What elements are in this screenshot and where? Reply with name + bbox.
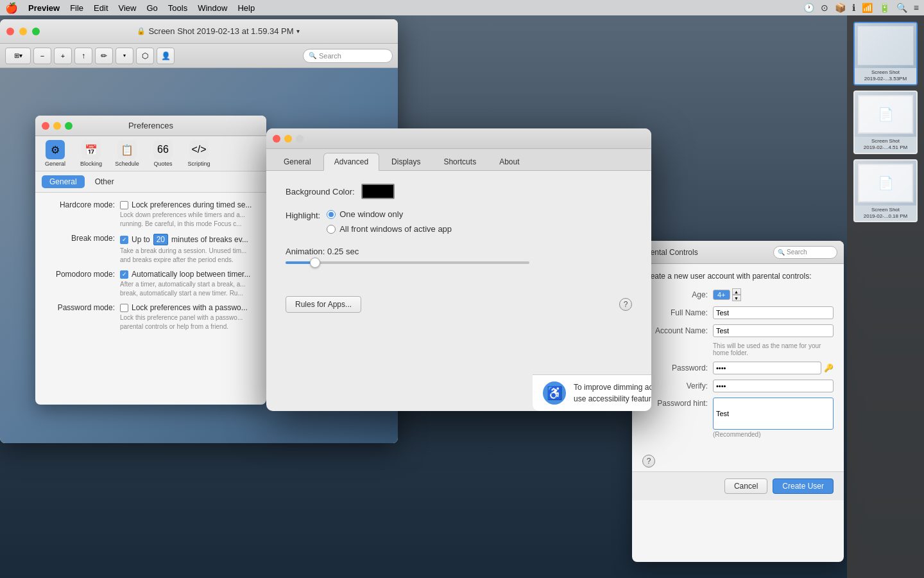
sub-tab-other[interactable]: Other — [87, 175, 122, 188]
tab-about[interactable]: About — [488, 153, 530, 170]
background-color-swatch[interactable] — [361, 184, 395, 199]
view-mode-button[interactable]: ⊞▾ — [5, 48, 31, 64]
thumbnail-2[interactable]: 📄 Screen Shot2019-02-...4.51 PM — [853, 91, 918, 154]
create-user-button[interactable]: Create User — [773, 478, 834, 494]
break-mode-checkbox[interactable]: ✓ — [120, 236, 128, 244]
apple-menu[interactable]: 🍎 — [5, 2, 18, 14]
verify-row: Verify: — [642, 380, 834, 392]
one-window-radio[interactable] — [327, 210, 336, 219]
password-mode-desc: Lock this preference panel with a passwo… — [120, 313, 248, 331]
all-windows-label: All front windows of active app — [339, 224, 452, 234]
menubar-go[interactable]: Go — [146, 3, 157, 13]
tab-advanced[interactable]: Advanced — [323, 153, 379, 171]
prefs-minimize-button[interactable] — [53, 122, 61, 130]
menubar-help[interactable]: Help — [237, 3, 255, 13]
thumbnail-3[interactable]: 📄 Screen Shot2019-02-...0.18 PM — [853, 159, 918, 223]
hardcore-mode-checkbox[interactable] — [120, 201, 128, 209]
parental-search[interactable]: 🔍 Search — [773, 246, 837, 259]
pomodoro-mode-checkbox[interactable]: ✓ — [120, 270, 128, 279]
prefs-close-button[interactable] — [42, 122, 49, 130]
help-button[interactable]: ? — [619, 298, 632, 311]
parental-help-button[interactable]: ? — [642, 455, 655, 468]
pomodoro-mode-row: Pomodoro mode: ✓ Automatically loop betw… — [43, 270, 259, 298]
share-button[interactable]: ↑ — [74, 48, 92, 64]
prefs-maximize-button[interactable] — [65, 122, 73, 130]
quotes-tab-icon[interactable]: 66 Quotes — [147, 140, 179, 167]
age-decrement[interactable]: ▼ — [732, 295, 741, 301]
menubar: 🍎 Preview File Edit View Go Tools Window… — [0, 0, 924, 15]
menubar-app-name[interactable]: Preview — [28, 3, 60, 13]
menubar-left: 🍎 Preview File Edit View Go Tools Window… — [5, 2, 255, 14]
schedule-tab-icon[interactable]: 📋 Schedule — [111, 140, 143, 167]
preview-maximize-button[interactable] — [32, 28, 40, 35]
crop-button[interactable]: ⬡ — [136, 48, 154, 64]
preview-minimize-button[interactable] — [19, 28, 27, 35]
full-name-input[interactable] — [713, 306, 834, 319]
hazeover-maximize-button[interactable] — [296, 135, 304, 143]
parental-header: Parental Controls 🔍 Search — [632, 241, 844, 264]
hazeover-minimize-button[interactable] — [284, 135, 292, 143]
one-window-option[interactable]: One window only — [327, 209, 452, 219]
tab-shortcuts[interactable]: Shortcuts — [432, 153, 487, 170]
parental-controls-panel: Parental Controls 🔍 Search Create a new … — [632, 241, 844, 562]
preview-search[interactable]: 🔍 Search — [303, 49, 393, 63]
list-icon[interactable]: ≡ — [914, 3, 919, 13]
zoom-in-button[interactable]: + — [54, 48, 72, 64]
zoom-out-button[interactable]: − — [33, 48, 51, 64]
break-mode-row: Break mode: ✓ Up to 20 minutes of breaks… — [43, 234, 259, 265]
menubar-window[interactable]: Window — [198, 3, 227, 13]
account-name-input[interactable] — [713, 324, 834, 337]
break-minutes[interactable]: 20 — [153, 234, 168, 245]
hazeover-close-button[interactable] — [273, 135, 280, 143]
cancel-button[interactable]: Cancel — [724, 478, 767, 494]
hazeover-tabs: General Advanced Displays Shortcuts Abou… — [266, 149, 651, 171]
password-mode-checkbox[interactable] — [120, 304, 128, 312]
password-reveal-icon[interactable]: 🔑 — [824, 363, 834, 372]
rules-for-apps-button[interactable]: Rules for Apps... — [286, 296, 361, 313]
general-tab-icon[interactable]: ⚙ General — [39, 140, 71, 167]
lock-icon: 🔒 — [137, 27, 146, 35]
break-mode-content: ✓ Up to 20 minutes of breaks ev... Take … — [120, 234, 248, 265]
user-button[interactable]: 👤 — [157, 48, 175, 64]
chevron-down-icon[interactable]: ▾ — [296, 28, 300, 35]
password-hint-input[interactable] — [713, 398, 834, 430]
blocking-tab-icon[interactable]: 📅 Blocking — [75, 140, 107, 167]
all-windows-radio[interactable] — [327, 225, 336, 234]
menubar-file[interactable]: File — [70, 3, 83, 13]
tab-displays[interactable]: Displays — [381, 153, 431, 170]
verify-input[interactable] — [713, 380, 834, 392]
menubar-edit[interactable]: Edit — [94, 3, 108, 13]
accessibility-banner: ♿ To improve dimming accuracy and reduce… — [533, 374, 651, 411]
hazeover-dialog: General Advanced Displays Shortcuts Abou… — [266, 128, 651, 411]
sub-tab-general[interactable]: General — [42, 175, 85, 188]
all-windows-option[interactable]: All front windows of active app — [327, 224, 452, 234]
search-icon[interactable]: 🔍 — [896, 3, 907, 13]
full-name-row: Full Name: — [642, 306, 834, 319]
password-field-group: 🔑 — [713, 362, 834, 374]
menubar-view[interactable]: View — [119, 3, 137, 13]
preview-close-button[interactable] — [6, 28, 14, 35]
age-increment[interactable]: ▲ — [732, 288, 741, 295]
scripting-tab-icon[interactable]: </> Scripting — [183, 140, 215, 167]
break-mode-checkbox-row: ✓ Up to 20 minutes of breaks ev... — [120, 234, 248, 245]
menubar-tools[interactable]: Tools — [168, 3, 187, 13]
hardcore-mode-content: Lock preferences during timed se... Lock… — [120, 200, 252, 229]
markup-button[interactable]: ✏ — [95, 48, 113, 64]
thumbnail-2-image: 📄 — [855, 92, 916, 137]
password-input[interactable] — [713, 362, 821, 374]
accessibility-icon: ♿ — [543, 381, 566, 405]
age-stepper[interactable]: ▲ ▼ — [732, 288, 741, 301]
background-color-row: Background Color: — [286, 184, 632, 199]
password-hint-desc: (Recommended) — [713, 431, 834, 438]
prefs-titlebar: Preferences — [35, 116, 266, 136]
account-name-row: Account Name: — [642, 324, 834, 337]
age-select[interactable]: 4+ ▲ ▼ — [713, 288, 741, 301]
thumbnail-3-label: Screen Shot2019-02-...0.18 PM — [855, 206, 916, 222]
parental-body: Create a new user account with parental … — [632, 264, 844, 451]
markup-arrow[interactable]: ▾ — [116, 48, 133, 64]
tab-general[interactable]: General — [273, 153, 322, 170]
thumbnail-1[interactable]: Screen Shot2019-02-...3.53PM — [853, 22, 918, 85]
prefs-sub-tabs: General Other — [35, 171, 266, 193]
password-mode-row: Password mode: Lock preferences with a p… — [43, 303, 259, 331]
animation-slider-thumb[interactable] — [310, 258, 320, 268]
